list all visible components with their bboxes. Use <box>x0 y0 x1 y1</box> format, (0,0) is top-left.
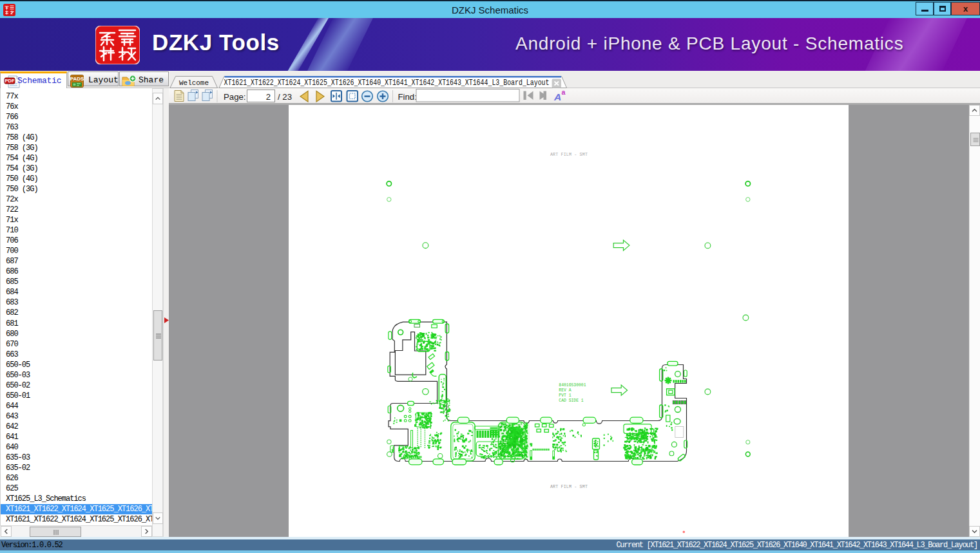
svg-text:Page:: Page: <box>224 92 245 102</box>
svg-text:Find:: Find: <box>398 92 417 102</box>
svg-text:2: 2 <box>266 92 271 102</box>
svg-text:ART FILM - SMT: ART FILM - SMT <box>550 153 588 157</box>
svg-text:PVT 1: PVT 1 <box>559 393 571 398</box>
svg-text:/ 23: / 23 <box>278 92 292 102</box>
svg-text:PDF: PDF <box>5 78 15 84</box>
svg-text:84016530001: 84016530001 <box>559 383 586 388</box>
svg-text:A: A <box>553 91 561 102</box>
svg-text:Welcome: Welcome <box>179 79 209 87</box>
svg-text:XT1621_XT1622_XT1624_XT1625_XT: XT1621_XT1622_XT1624_XT1625_XT1626_XT164… <box>224 79 550 88</box>
svg-text:ART FILM - SMT: ART FILM - SMT <box>550 485 588 489</box>
svg-text:a: a <box>562 88 566 96</box>
svg-text:CAD SIDE 1: CAD SIDE 1 <box>559 398 584 403</box>
svg-text:REV A: REV A <box>559 388 571 393</box>
svg-text:PADS: PADS <box>70 76 84 82</box>
